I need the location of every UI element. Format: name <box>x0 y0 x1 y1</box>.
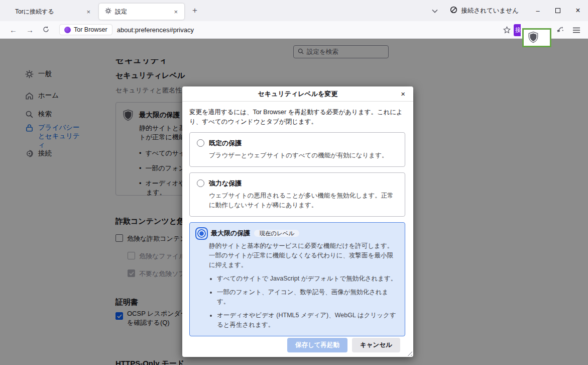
radio-selected[interactable] <box>197 229 206 238</box>
bullet-item: すべてのサイトで JavaScript がデフォルトで無効化されます。 <box>217 274 398 284</box>
url-bar[interactable]: about:preferences#privacy <box>117 26 194 34</box>
current-level-badge: 現在のレベル <box>254 230 299 237</box>
tab-label: Torに接続する <box>15 8 84 16</box>
back-button[interactable]: ← <box>5 24 22 36</box>
tor-onion-icon <box>64 27 71 33</box>
option-description: ブラウザーとウェブサイトのすべての機能が有効になります。 <box>209 151 398 160</box>
bullet-item: 一部のフォント、アイコン、数学記号、画像が無効化されます。 <box>217 288 398 307</box>
option-label: 既定の保護 <box>209 138 242 148</box>
forward-button[interactable]: → <box>22 24 38 36</box>
tab-connect-to-tor[interactable]: Torに接続する × <box>9 4 97 20</box>
tab-close-icon[interactable]: × <box>84 7 93 17</box>
dialog-header: セキュリティレベルを変更 × <box>182 86 413 102</box>
bookmark-star-icon[interactable] <box>500 24 514 36</box>
navigation-toolbar: ← → Tor Browser about:preferences#privac… <box>0 21 588 39</box>
new-tab-button[interactable]: + <box>187 5 202 17</box>
security-level-highlight-box[interactable] <box>522 28 551 47</box>
tab-label: 設定 <box>115 8 171 16</box>
window-minimize-button[interactable]: – <box>528 0 548 21</box>
radio-unselected[interactable] <box>197 179 204 187</box>
save-and-restart-button[interactable]: 保存して再起動 <box>287 338 347 352</box>
dialog-title: セキュリティレベルを変更 <box>258 89 337 99</box>
change-security-level-dialog: セキュリティレベルを変更 × 変更を適用するには、Tor Browser を再起… <box>182 86 413 357</box>
dialog-intro-text: 変更を適用するには、Tor Browser を再起動する必要があります。これによ… <box>189 108 405 127</box>
reload-button[interactable] <box>38 24 54 36</box>
tab-bar: Torに接続する × 設定 × + 接続されていません – × <box>0 0 588 21</box>
radio-unselected[interactable] <box>197 139 204 147</box>
list-all-tabs-chevron-icon[interactable] <box>427 4 443 17</box>
menu-hamburger-icon[interactable] <box>570 25 583 35</box>
not-connected-icon <box>450 6 457 15</box>
option-standard-protection[interactable]: 既定の保護 ブラウザーとウェブサイトのすべての機能が有効になります。 <box>189 132 405 167</box>
new-identity-broom-icon[interactable] <box>553 24 567 36</box>
option-safest-protection[interactable]: 最大限の保護現在のレベル 静的サイトと基本的なサービスに必要な機能だけを許可しま… <box>189 222 405 336</box>
site-identity-label: Tor Browser <box>74 26 107 33</box>
option-description: 静的サイトと基本的なサービスに必要な機能だけを許可します。一部のサイトが正常に機… <box>209 241 398 270</box>
option-label: 強力な保護 <box>209 178 242 188</box>
window-maximize-button[interactable] <box>548 0 568 21</box>
cancel-button[interactable]: キャンセル <box>352 338 400 352</box>
connection-status-label: 接続されていません <box>461 7 519 15</box>
tab-settings[interactable]: 設定 × <box>99 4 184 20</box>
tab-close-icon[interactable]: × <box>171 7 180 17</box>
connection-status[interactable]: 接続されていません <box>450 6 519 15</box>
window-close-button[interactable]: × <box>568 0 588 21</box>
settings-page: 設定を検索 一般 ホーム 検索 プライバシーとセキュリティ 接続 セキュリティ … <box>0 39 588 365</box>
shield-icon <box>528 31 539 43</box>
dialog-resize-grip[interactable] <box>406 349 412 356</box>
option-safer-protection[interactable]: 強力な保護 ウェブサイトの悪用されることが多い機能を無効化します。正常に動作しな… <box>189 172 405 217</box>
bullet-item: オーディオやビデオ (HTML5 メディア)、WebGL はクリックすると再生さ… <box>217 311 398 330</box>
option-description: ウェブサイトの悪用されることが多い機能を無効化します。正常に動作しないサイトが稀… <box>209 191 398 210</box>
gear-icon <box>105 8 111 16</box>
site-identity-button[interactable]: Tor Browser <box>60 25 112 35</box>
option-label: 最大限の保護現在のレベル <box>211 228 299 238</box>
tor-connect-button[interactable]: 接 <box>514 24 521 36</box>
dialog-close-icon[interactable]: × <box>398 88 408 99</box>
option-bullet-list: すべてのサイトで JavaScript がデフォルトで無効化されます。 一部のフ… <box>217 274 398 330</box>
